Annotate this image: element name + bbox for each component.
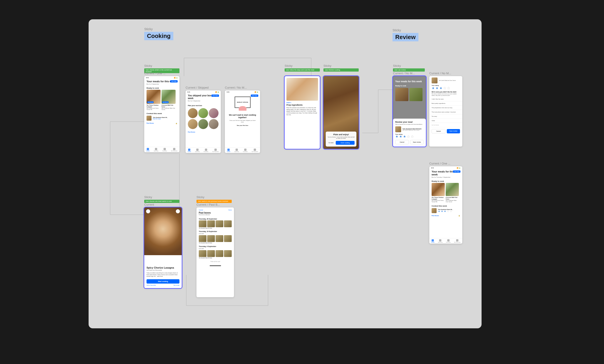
frame-label[interactable]: Current / No M...: [225, 86, 247, 89]
add-favourites-link[interactable]: Add to favourites: [147, 285, 156, 286]
cancel-button[interactable]: Cancel: [432, 129, 445, 133]
done-button[interactable]: Done: [228, 209, 232, 211]
tab-my-favourites[interactable]: My Favourites: [454, 239, 460, 243]
star-icon[interactable]: [411, 135, 414, 138]
frame-label[interactable]: Current / One ...: [144, 72, 165, 75]
feedback-option[interactable]: The instructions were unclear / incorrec…: [429, 110, 462, 114]
meal-card[interactable]: 25-35 min Coconut Milk Fish Curry with C…: [162, 90, 176, 110]
get-help-button[interactable]: Get help: [251, 95, 258, 97]
rate-recipe-link[interactable]: Rate this recipe: [153, 118, 168, 120]
meal-circle[interactable]: [188, 108, 198, 118]
past-boxes-link[interactable]: Past Boxes: [147, 121, 154, 125]
phone-frame-skipped[interactable]: 9:41 📶🔋 Get help You skipped your box th…: [186, 90, 221, 153]
tab-upcoming[interactable]: Upcoming: [195, 149, 200, 152]
star-icon[interactable]: [439, 87, 442, 90]
phone-frame-recipe-detail[interactable]: Spicy Chorizo Lasagna with Basil and Moz…: [144, 207, 182, 288]
tab-my-favourites[interactable]: My Favourites: [171, 148, 177, 151]
star-icon[interactable]: [407, 135, 410, 138]
feedback-option[interactable]: Other: [429, 119, 462, 123]
tab-current[interactable]: Current: [188, 149, 191, 152]
start-cooking-button[interactable]: Start cooking: [147, 279, 179, 284]
frame-label[interactable]: Current / Past B...: [197, 203, 220, 206]
see-recipe-link[interactable]: See recipe: [174, 285, 179, 286]
see-first-box-link[interactable]: See your first box: [225, 123, 260, 128]
sticky-note[interactable]: User can review: [393, 68, 425, 72]
save-review-button[interactable]: Save review: [410, 140, 424, 144]
meal-circle[interactable]: [209, 108, 218, 118]
star-icon[interactable]: [399, 135, 402, 138]
frame-label[interactable]: Current: [144, 203, 154, 206]
sorry-title: We're sorry you didn't like the dish!: [429, 90, 462, 93]
sticky-note[interactable]: User finished cooking: [324, 68, 359, 72]
past-boxes-link[interactable]: Past Boxes: [432, 213, 439, 218]
feedback-option[interactable]: I didn't like the taste: [429, 97, 462, 101]
phone-frame-plate-enjoy[interactable]: Plate and enjoy! You're all done. Come b…: [324, 76, 359, 149]
section-title-review[interactable]: Review: [392, 33, 418, 41]
star-rating[interactable]: [395, 135, 424, 138]
tab-my-favourites[interactable]: My Favourites: [212, 149, 219, 152]
cancel-button[interactable]: Cancel: [395, 140, 409, 144]
cancel-button[interactable]: Cancel: [199, 209, 203, 211]
tab-favourites[interactable]: Favourites: [446, 239, 451, 243]
tab-favourites[interactable]: Favourites: [243, 149, 248, 152]
meal-card[interactable]: Tex Three Chicken Lasagne with Arugula a…: [432, 183, 445, 202]
save-review-button[interactable]: Save review: [447, 129, 460, 133]
past-boxes-link[interactable]: Past Boxes: [186, 130, 221, 134]
meal-circle[interactable]: [188, 119, 198, 129]
sticky-note[interactable]: User choose one meal wants to cook: [144, 200, 179, 203]
feedback-option[interactable]: Too easy: [429, 114, 462, 119]
phone-frame-past-boxes[interactable]: Cancel Done Past boxes Find old box deli…: [197, 207, 234, 297]
section-title-cooking[interactable]: Cooking: [144, 32, 173, 40]
meal-circle[interactable]: [198, 108, 208, 118]
meal-card[interactable]: Coconut Milk Fish Curry with Cauliflower…: [446, 183, 459, 202]
cooked-item[interactable]: Tofu Sandwich Bánh Mì... Rate this recip…: [144, 115, 179, 121]
done-cooking-button[interactable]: Done cooking: [336, 141, 355, 145]
tab-upcoming[interactable]: Upcoming: [153, 148, 158, 151]
phone-frame-meals-week[interactable]: 9:41 📶🔋 Get help Your meals for this wee…: [144, 76, 179, 152]
meal-card[interactable]: 25-35 min Tex Three Chicken Lasagne with…: [147, 90, 161, 110]
tab-upcoming[interactable]: Upcoming: [234, 149, 239, 152]
end-of-list: That's all for now!: [197, 259, 234, 264]
phone-frame-after-review[interactable]: 9:41 📶🔋 Get help Your meals for this wee…: [429, 166, 462, 244]
phone-frame-review-form[interactable]: with Colorful Salad and Oven Carrots You…: [429, 76, 462, 147]
star-rating[interactable]: [429, 86, 462, 90]
star-icon[interactable]: [447, 87, 450, 90]
back-button[interactable]: [146, 209, 150, 213]
favourite-button[interactable]: [176, 209, 180, 213]
meal-circle[interactable]: [198, 119, 208, 129]
feedback-textarea[interactable]: Let us know: [429, 123, 462, 127]
star-icon[interactable]: [432, 87, 435, 90]
tab-current[interactable]: Current: [227, 149, 230, 152]
go-back-button[interactable]: Go back: [327, 141, 334, 145]
get-help-button[interactable]: Get help: [212, 95, 219, 97]
cooked-item[interactable]: Tofu Sandwich Bánh Mì...: [429, 208, 462, 213]
get-help-button[interactable]: Get help: [453, 170, 460, 173]
get-help-button[interactable]: Get help: [170, 80, 178, 82]
frame-label[interactable]: Current / No M...: [429, 72, 451, 75]
tab-favourites[interactable]: Favourites: [162, 148, 167, 151]
sticky-note[interactable]: User follow the steps and cook the meal: [285, 68, 320, 72]
tab-my-favourites[interactable]: My Favourites: [252, 149, 258, 152]
tab-favourites[interactable]: Favourites: [203, 149, 208, 152]
meal-circle[interactable]: [209, 119, 218, 129]
lock-icon: 🔒: [458, 215, 460, 216]
frame-label[interactable]: Current / One ...: [429, 162, 451, 165]
figma-canvas[interactable]: Sticky Cooking Sticky Review Sticky User…: [88, 19, 482, 328]
feedback-option[interactable]: The preparation time was too long: [429, 106, 462, 110]
sticky-note[interactable]: User wants to see previous boxes receive…: [197, 200, 232, 203]
phone-frame-empty-state[interactable]: 9:41 📶🔋 Get help MARLEY SPOON We can't w…: [225, 90, 260, 153]
phone-frame-review-modal[interactable]: Your meals for this week Ready to cook R…: [393, 76, 426, 147]
feedback-option[interactable]: Bad quality ingredients: [429, 101, 462, 106]
star-icon[interactable]: [435, 87, 439, 90]
tab-current[interactable]: Current: [146, 148, 150, 151]
star-icon[interactable]: [395, 135, 398, 138]
tab-current[interactable]: Current: [431, 239, 435, 243]
frame-label[interactable]: Current / Skipped: [186, 86, 209, 89]
phone-frame-cooking-step[interactable]: STEP 4 Prep ingredients Place the potato…: [285, 76, 320, 149]
bg-title: Your meals for this week: [395, 80, 424, 83]
tab-upcoming[interactable]: Upcoming: [438, 239, 442, 243]
star-icon[interactable]: [443, 87, 446, 90]
frame-label[interactable]: Current / No M...: [393, 72, 415, 75]
star-icon[interactable]: [403, 135, 406, 138]
empty-headline: We can't wait to start cooking together!: [225, 110, 260, 120]
